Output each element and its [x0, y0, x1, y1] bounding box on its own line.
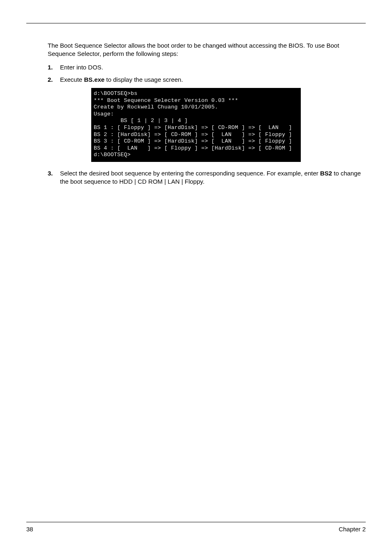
bs-exe-label: BS.exe — [84, 76, 104, 83]
step-text: Enter into DOS. — [60, 63, 366, 72]
terminal-line: *** Boot Sequence Selecter Version 0.03 … — [94, 97, 298, 104]
terminal-line: d:\BOOTSEQ>bs — [94, 90, 298, 97]
step-suffix: to display the usage screen. — [104, 76, 183, 83]
terminal-line: BS 2 : [HardDisk] => [ CD-ROM ] => [ LAN… — [94, 131, 298, 138]
dos-terminal-output: d:\BOOTSEQ>bs*** Boot Sequence Selecter … — [91, 88, 301, 162]
intro-paragraph: The Boot Sequence Selector allows the bo… — [48, 42, 362, 58]
footer-horizontal-rule — [26, 522, 366, 522]
step-prefix: Execute — [60, 76, 84, 83]
step-1: 1. Enter into DOS. — [48, 63, 366, 72]
page-number: 38 — [26, 526, 33, 533]
ordered-steps-list-cont: 3. Select the desired boot sequence by e… — [48, 169, 366, 186]
terminal-line: d:\BOOTSEQ> — [94, 152, 298, 159]
page-footer: 38 Chapter 2 — [26, 522, 366, 533]
top-horizontal-rule — [26, 23, 366, 23]
step-prefix: Select the desired boot sequence by ente… — [60, 170, 320, 177]
step-number: 1. — [48, 63, 60, 72]
footer-row: 38 Chapter 2 — [26, 526, 366, 533]
step-2: 2. Execute BS.exe to display the usage s… — [48, 76, 366, 84]
bs2-label: BS2 — [320, 170, 332, 177]
ordered-steps-list: 1. Enter into DOS. 2. Execute BS.exe to … — [48, 63, 366, 84]
terminal-line: BS 3 : [ CD-ROM ] => [HardDisk] => [ LAN… — [94, 138, 298, 145]
step-number: 3. — [48, 169, 60, 186]
terminal-line: BS 4 : [ LAN ] => [ Floppy ] => [HardDis… — [94, 145, 298, 152]
chapter-label: Chapter 2 — [339, 526, 366, 533]
step-3: 3. Select the desired boot sequence by e… — [48, 169, 366, 186]
step-text: Execute BS.exe to display the usage scre… — [60, 76, 366, 84]
step-text: Select the desired boot sequence by ente… — [60, 169, 366, 186]
terminal-line: Usage: — [94, 111, 298, 118]
page: The Boot Sequence Selector allows the bo… — [0, 0, 392, 549]
terminal-line: BS 1 : [ Floppy ] => [HardDisk] => [ CD-… — [94, 125, 298, 131]
step-number: 2. — [48, 76, 60, 84]
terminal-line: BS [ 1 | 2 | 3 | 4 ] — [94, 118, 298, 125]
terminal-line: Create by Rockwell Chuang 10/01/2005. — [94, 104, 298, 111]
